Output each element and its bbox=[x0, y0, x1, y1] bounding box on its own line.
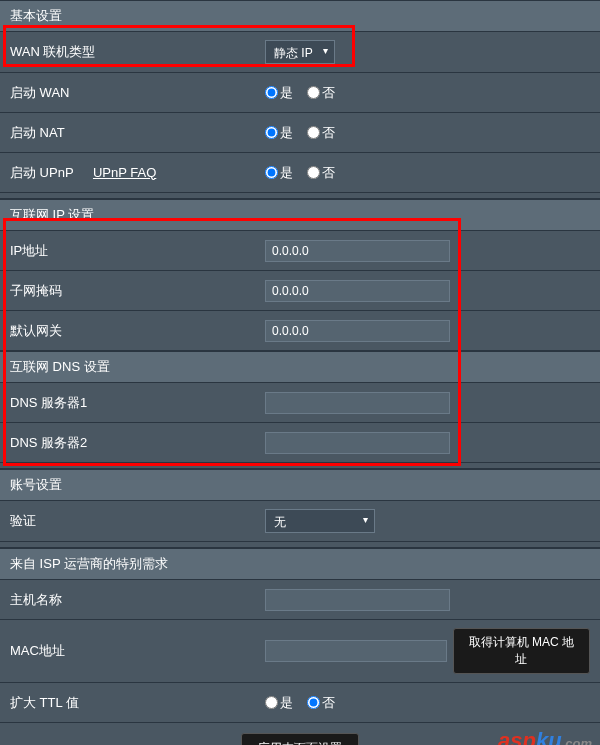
row-dns1: DNS 服务器1 bbox=[0, 383, 600, 423]
section-header-isp-special: 来自 ISP 运营商的特别需求 bbox=[0, 548, 600, 580]
radio-upnp-yes[interactable]: 是 bbox=[265, 164, 293, 182]
row-extend-ttl: 扩大 TTL 值 是 否 bbox=[0, 683, 600, 723]
row-default-gateway: 默认网关 bbox=[0, 311, 600, 351]
link-upnp-faq[interactable]: UPnP FAQ bbox=[93, 165, 156, 180]
radio-nat-no[interactable]: 否 bbox=[307, 124, 335, 142]
apply-button[interactable]: 应用本页面设置 bbox=[241, 733, 359, 745]
input-ip-address[interactable] bbox=[265, 240, 450, 262]
label-hostname: 主机名称 bbox=[10, 591, 265, 609]
section-title: 账号设置 bbox=[10, 477, 62, 492]
radio-wan-no[interactable]: 否 bbox=[307, 84, 335, 102]
label-enable-nat: 启动 NAT bbox=[10, 124, 265, 142]
section-title: 互联网 DNS 设置 bbox=[10, 359, 110, 374]
radio-wan-yes[interactable]: 是 bbox=[265, 84, 293, 102]
input-dns1[interactable] bbox=[265, 392, 450, 414]
radio-ttl-yes[interactable]: 是 bbox=[265, 694, 293, 712]
row-hostname: 主机名称 bbox=[0, 580, 600, 620]
label-dns2: DNS 服务器2 bbox=[10, 434, 265, 452]
watermark: aspku.com 免费网站源码下载站! bbox=[490, 728, 592, 745]
input-subnet-mask[interactable] bbox=[265, 280, 450, 302]
row-mac-address: MAC地址 取得计算机 MAC 地址 bbox=[0, 620, 600, 683]
row-ip-address: IP地址 bbox=[0, 231, 600, 271]
radio-upnp-no[interactable]: 否 bbox=[307, 164, 335, 182]
row-auth: 验证 无 bbox=[0, 501, 600, 542]
label-dns1: DNS 服务器1 bbox=[10, 394, 265, 412]
settings-panel: 基本设置 WAN 联机类型 静态 IP 启动 WAN 是 否 启动 NAT 是 … bbox=[0, 0, 600, 745]
get-mac-button[interactable]: 取得计算机 MAC 地址 bbox=[453, 628, 590, 674]
label-extend-ttl: 扩大 TTL 值 bbox=[10, 694, 265, 712]
section-header-internet-ip: 互联网 IP 设置 bbox=[0, 199, 600, 231]
select-wan-type[interactable]: 静态 IP bbox=[265, 40, 335, 64]
section-title: 基本设置 bbox=[10, 8, 62, 23]
row-subnet-mask: 子网掩码 bbox=[0, 271, 600, 311]
label-subnet-mask: 子网掩码 bbox=[10, 282, 265, 300]
input-hostname[interactable] bbox=[265, 589, 450, 611]
row-wan-type: WAN 联机类型 静态 IP bbox=[0, 32, 600, 73]
radio-ttl-no[interactable]: 否 bbox=[307, 694, 335, 712]
label-ip-address: IP地址 bbox=[10, 242, 265, 260]
input-dns2[interactable] bbox=[265, 432, 450, 454]
row-enable-wan: 启动 WAN 是 否 bbox=[0, 73, 600, 113]
section-title: 来自 ISP 运营商的特别需求 bbox=[10, 556, 168, 571]
section-header-internet-dns: 互联网 DNS 设置 bbox=[0, 351, 600, 383]
label-auth: 验证 bbox=[10, 512, 265, 530]
row-enable-upnp: 启动 UPnP UPnP FAQ 是 否 bbox=[0, 153, 600, 193]
label-mac-address: MAC地址 bbox=[10, 642, 265, 660]
input-mac-address[interactable] bbox=[265, 640, 447, 662]
label-default-gateway: 默认网关 bbox=[10, 322, 265, 340]
label-wan-type: WAN 联机类型 bbox=[10, 43, 265, 61]
section-header-basic: 基本设置 bbox=[0, 0, 600, 32]
row-dns2: DNS 服务器2 bbox=[0, 423, 600, 463]
section-header-account: 账号设置 bbox=[0, 469, 600, 501]
label-enable-upnp: 启动 UPnP UPnP FAQ bbox=[10, 164, 265, 182]
radio-nat-yes[interactable]: 是 bbox=[265, 124, 293, 142]
row-enable-nat: 启动 NAT 是 否 bbox=[0, 113, 600, 153]
section-title: 互联网 IP 设置 bbox=[10, 207, 94, 222]
input-default-gateway[interactable] bbox=[265, 320, 450, 342]
select-auth[interactable]: 无 bbox=[265, 509, 375, 533]
label-enable-wan: 启动 WAN bbox=[10, 84, 265, 102]
